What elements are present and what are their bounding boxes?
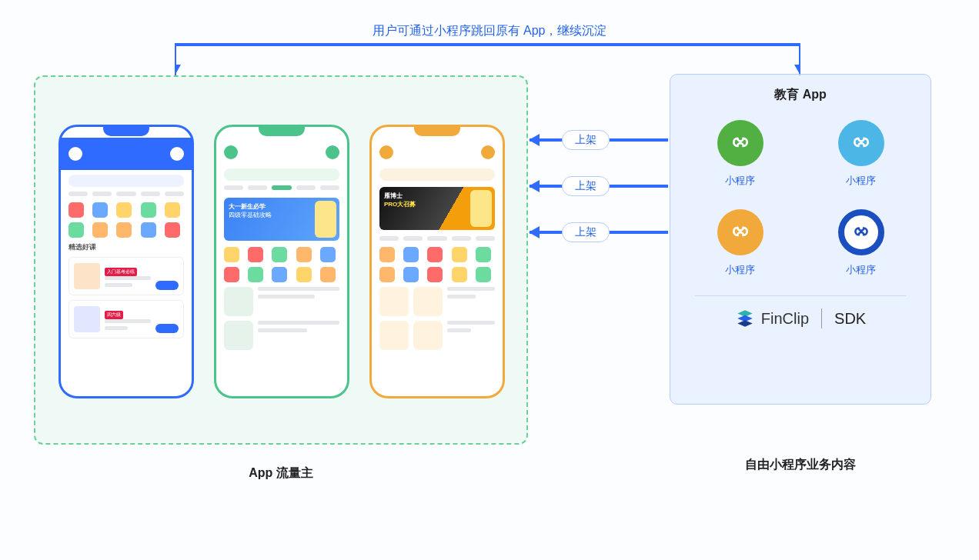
phone-notch — [103, 127, 149, 136]
miniprogram-label: 小程序 — [846, 263, 876, 277]
promo-banner: 雁博士 PRO大召募 — [379, 187, 495, 230]
miniprogram-grid: 小程序 小程序 小程序 小程序 — [689, 115, 912, 286]
miniprogram-icon — [717, 120, 763, 166]
banner-portrait — [470, 190, 492, 227]
course-card: 四六级 — [68, 300, 184, 338]
phone-header — [216, 141, 347, 164]
flow-description: 用户可通过小程序跳回原有 App，继续沉淀 — [373, 23, 607, 39]
right-box-title: 教育 App — [689, 87, 912, 103]
promo-banner: 大一新生必学 四级零基础攻略 — [224, 198, 339, 241]
miniprogram-item: 小程序 — [824, 209, 898, 277]
category-tabs — [68, 192, 184, 198]
miniprogram-label: 小程序 — [846, 174, 876, 188]
miniprogram-icon — [838, 209, 884, 255]
phone-mockups: 精选好课 入门基考必练 四六级 — [58, 125, 505, 398]
publish-arrow: 上架 — [530, 231, 668, 234]
separator — [821, 308, 822, 328]
course-thumb — [74, 306, 100, 332]
right-section-title: 自由小程序业务内容 — [745, 457, 856, 473]
course-thumb — [74, 263, 100, 289]
miniprogram-item: 小程序 — [824, 120, 898, 188]
banner-portrait — [315, 201, 336, 238]
publish-label: 上架 — [562, 130, 610, 150]
phone-mockup-orange: 雁博士 PRO大召募 — [369, 125, 505, 398]
section-heading: 精选好课 — [68, 242, 184, 252]
publish-arrow: 上架 — [530, 185, 668, 188]
finclip-logo-icon — [735, 308, 755, 328]
content-row — [379, 287, 495, 316]
miniprogram-item: 小程序 — [703, 120, 777, 188]
enroll-button — [155, 281, 179, 290]
phone-notch — [259, 127, 305, 136]
phone-notch — [414, 127, 460, 136]
avatar-icon — [481, 145, 495, 159]
menu-icon — [379, 145, 393, 159]
education-app-container: 教育 App 小程序 小程序 小程序 小程序 — [670, 74, 931, 405]
app-traffic-owner-container: 精选好课 入门基考必练 四六级 — [34, 75, 528, 445]
return-flow-connector — [175, 40, 800, 75]
search-bar — [68, 175, 184, 187]
publish-label: 上架 — [562, 222, 610, 242]
menu-icon — [224, 145, 238, 159]
publish-arrows: 上架 上架 上架 — [530, 138, 668, 277]
course-card: 入门基考必练 — [68, 257, 184, 295]
sdk-brand-row: FinClip SDK — [689, 308, 912, 328]
miniprogram-label: 小程序 — [725, 263, 755, 277]
content-row — [379, 321, 495, 350]
course-badge: 入门基考必练 — [105, 268, 137, 276]
content-row — [224, 287, 339, 316]
miniprogram-icon — [838, 120, 884, 166]
phone-header — [61, 138, 192, 170]
miniprogram-item: 小程序 — [703, 209, 777, 277]
search-bar — [224, 168, 339, 181]
service-icon-grid — [224, 247, 339, 282]
phone-header — [372, 141, 503, 164]
miniprogram-icon — [717, 209, 763, 255]
category-tabs — [379, 236, 495, 242]
avatar-icon — [170, 147, 184, 161]
left-section-title: App 流量主 — [249, 465, 313, 482]
phone-mockup-blue: 精选好课 入门基考必练 四六级 — [58, 125, 194, 398]
menu-icon — [68, 147, 82, 161]
phone-mockup-green: 大一新生必学 四级零基础攻略 — [214, 125, 349, 398]
miniprogram-label: 小程序 — [725, 174, 755, 188]
sdk-text: SDK — [834, 310, 866, 328]
finclip-logo: FinClip — [735, 308, 809, 328]
service-icon-grid — [68, 202, 184, 238]
content-row — [224, 321, 339, 350]
svg-marker-1 — [175, 65, 181, 75]
enroll-button — [155, 324, 179, 333]
divider — [695, 295, 906, 296]
publish-arrow: 上架 — [530, 138, 668, 142]
category-tabs — [224, 185, 339, 192]
active-tab — [272, 185, 291, 190]
avatar-icon — [326, 145, 339, 159]
course-badge: 四六级 — [105, 311, 123, 319]
finclip-brand-text: FinClip — [761, 310, 809, 328]
publish-label: 上架 — [562, 176, 610, 196]
search-bar — [379, 168, 495, 181]
service-icon-grid — [379, 247, 495, 282]
